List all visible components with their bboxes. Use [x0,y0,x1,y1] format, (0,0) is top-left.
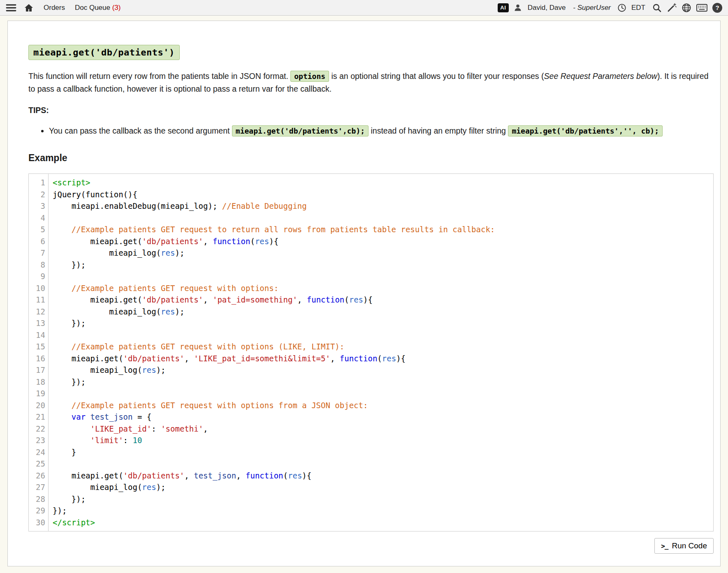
line-number: 29 [29,505,45,517]
inline-code: mieapi.get('db/patients',cb); [232,125,369,136]
line-number: 3 [29,200,45,212]
run-code-button[interactable]: >_ Run Code [654,538,714,554]
line-number: 26 [29,470,45,482]
menu-icon[interactable] [6,3,16,12]
user-role: - SuperUser [573,4,611,12]
line-number: 18 [29,376,45,388]
user-icon [514,4,522,12]
line-number: 27 [29,481,45,493]
description: This function will return every row from… [28,70,714,95]
line-number: 4 [29,212,45,224]
line-number: 30 [29,517,45,529]
code-line: jQuery(function(){ [53,189,710,201]
ai-badge[interactable]: AI [498,3,509,12]
toolbar-left: Orders Doc Queue (3) [6,3,121,13]
terminal-prompt-icon: >_ [661,542,668,550]
user-name[interactable]: David, Dave [528,4,566,12]
code-line: mieapi_log(res); [53,364,710,376]
doc-page: mieapi.get('db/patients') This function … [7,21,721,566]
nav-orders[interactable]: Orders [44,4,65,12]
code-line: mieapi.get('db/patients', 'pat_id=someth… [53,294,710,306]
line-number: 23 [29,434,45,446]
timezone-label: EDT [631,4,645,12]
line-number: 16 [29,353,45,365]
inline-code: mieapi.get('db/patients','', cb); [508,125,663,136]
home-icon[interactable] [24,3,34,13]
line-number: 21 [29,411,45,423]
line-number: 19 [29,388,45,400]
code-line: mieapi.get('db/patients', function(res){ [53,236,710,247]
code-line: mieapi_log(res); [53,481,710,493]
tips-heading: TIPS: [28,106,714,115]
code-line: //Example patients GET request with opti… [53,341,710,353]
code-line: } [53,446,710,458]
line-number: 20 [29,400,45,411]
line-number: 25 [29,458,45,470]
code-line: }); [53,376,710,388]
line-number: 1 [29,177,45,189]
line-number: 7 [29,247,45,259]
run-row: >_ Run Code [28,538,714,554]
line-number: 8 [29,259,45,271]
code-line: //Example patients GET request with opti… [53,282,710,294]
search-icon[interactable] [652,3,662,13]
keyboard-icon[interactable] [696,4,707,12]
code-line: mieapi_log(res); [53,247,710,259]
code-line [53,458,710,470]
help-icon[interactable]: ? [712,3,722,13]
wand-icon[interactable] [667,3,677,13]
code-line [53,329,710,341]
line-number: 6 [29,236,45,247]
line-number: 10 [29,282,45,294]
code-line: }); [53,505,710,517]
toolbar-right: AI David, Dave - SuperUser EDT ? [498,3,722,13]
code-line: mieapi_log(res); [53,306,710,318]
code-line: //Example patients GET request to return… [53,224,710,236]
code-line: <script> [53,177,710,189]
code-line: }); [53,317,710,329]
code-line: }); [53,259,710,271]
clock-icon[interactable] [617,3,626,12]
code-editor[interactable]: 1234567891011121314151617181920212223242… [28,173,714,531]
line-number: 12 [29,306,45,318]
code-lines: <script>jQuery(function(){ mieapi.enable… [49,174,713,531]
code-line: //Example patients GET request with opti… [53,400,710,411]
line-number: 28 [29,493,45,505]
globe-icon[interactable] [682,3,691,13]
line-number: 14 [29,329,45,341]
code-line: var test_json = { [53,411,710,423]
line-number: 15 [29,341,45,353]
line-number: 13 [29,317,45,329]
code-line: mieapi.get('db/patients', test_json, fun… [53,470,710,482]
line-number: 5 [29,224,45,236]
line-number: 22 [29,423,45,435]
line-number: 9 [29,270,45,282]
tips-list: You can pass the callback as the second … [28,124,714,138]
line-number: 2 [29,189,45,201]
line-number: 17 [29,364,45,376]
code-line [53,270,710,282]
tip-item: You can pass the callback as the second … [49,124,714,138]
code-line: mieapi.enableDebug(mieapi_log); //Enable… [53,200,710,212]
line-number: 24 [29,446,45,458]
example-heading: Example [28,152,714,164]
code-line [53,388,710,400]
emphasis-text: See Request Parameters below [544,72,657,81]
page-title: mieapi.get('db/patients') [28,45,180,60]
code-line: }); [53,493,710,505]
code-line: 'LIKE_pat_id': 'somethi', [53,423,710,435]
nav-doc-queue[interactable]: Doc Queue (3) [75,4,121,12]
code-line: 'limit': 10 [53,434,710,446]
run-code-label: Run Code [672,541,707,550]
line-number: 11 [29,294,45,306]
doc-queue-count: (3) [112,4,121,12]
code-gutter: 1234567891011121314151617181920212223242… [29,174,49,531]
toolbar-nav: Orders Doc Queue (3) [44,4,121,12]
code-line: mieapi.get('db/patients', 'LIKE_pat_id=s… [53,353,710,365]
code-line [53,212,710,224]
code-line: </script> [53,517,710,529]
top-toolbar: Orders Doc Queue (3) AI David, Dave - Su… [0,0,728,16]
doc-queue-label: Doc Queue [75,4,110,12]
inline-code: options [290,71,329,82]
